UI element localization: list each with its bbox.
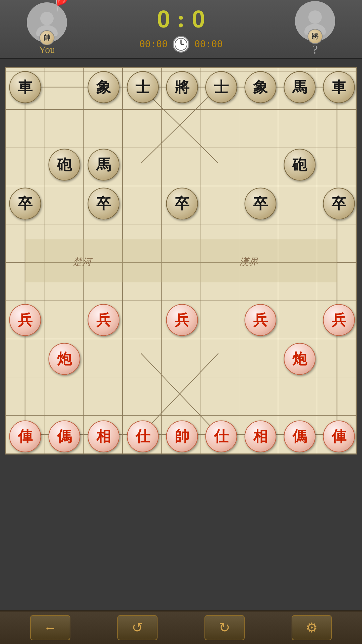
player2-name: ?: [312, 43, 318, 57]
piece-black[interactable]: 車: [9, 71, 41, 103]
player1-name: You: [39, 44, 55, 55]
piece-red[interactable]: 炮: [49, 343, 80, 375]
settings-icon: ⚙: [306, 620, 318, 636]
piece-red[interactable]: 兵: [323, 304, 355, 336]
player1-badge: 帥: [40, 30, 55, 45]
score-section: 0 : 0 00:00 00:00: [139, 5, 223, 53]
back-icon: ←: [44, 620, 57, 636]
piece-red[interactable]: 兵: [245, 304, 277, 336]
timer-right: 00:00: [194, 39, 223, 50]
piece-black[interactable]: 卒: [245, 188, 277, 220]
refresh-icon: ↻: [219, 620, 230, 636]
undo-button[interactable]: ↺: [117, 615, 158, 640]
piece-red[interactable]: 兵: [166, 304, 198, 336]
piece-black[interactable]: 卒: [9, 188, 41, 220]
piece-red[interactable]: 傌: [284, 421, 316, 452]
piece-red[interactable]: 俥: [323, 421, 355, 452]
bottom-bar: ← ↺ ↻ ⚙: [0, 610, 362, 644]
undo-icon: ↺: [132, 620, 143, 636]
svg-text:漢界: 漢界: [239, 257, 258, 267]
piece-red[interactable]: 兵: [88, 304, 120, 336]
board-lines: 楚河 漢界: [6, 68, 356, 453]
piece-black[interactable]: 士: [205, 71, 237, 103]
piece-black[interactable]: 砲: [49, 149, 80, 181]
piece-black[interactable]: 馬: [284, 71, 316, 103]
piece-black[interactable]: 砲: [284, 149, 316, 181]
piece-black[interactable]: 士: [127, 71, 159, 103]
svg-text:楚河: 楚河: [73, 257, 93, 267]
piece-red[interactable]: 相: [88, 421, 120, 452]
piece-black[interactable]: 象: [245, 71, 277, 103]
piece-black[interactable]: 馬: [88, 149, 120, 181]
piece-red[interactable]: 炮: [284, 343, 316, 375]
settings-button[interactable]: ⚙: [292, 615, 332, 640]
piece-red[interactable]: 俥: [9, 421, 41, 452]
svg-point-0: [40, 12, 54, 25]
player1-section: 🚩 帥 You: [10, 2, 84, 55]
piece-red[interactable]: 仕: [205, 421, 237, 452]
svg-rect-12: [25, 239, 337, 282]
refresh-button[interactable]: ↻: [204, 615, 245, 640]
piece-red[interactable]: 帥: [166, 421, 198, 452]
clock-icon: [173, 36, 189, 53]
score-right: 0: [192, 5, 205, 33]
piece-red[interactable]: 兵: [9, 304, 41, 336]
score-colon: :: [177, 5, 185, 33]
header: 🚩 帥 You 0 : 0 00:00 00:00: [0, 0, 362, 59]
board-container: 楚河 漢界 車象士將士象馬車砲馬砲卒卒卒卒卒兵兵兵兵兵炮炮俥傌相仕帥仕相傌俥: [5, 65, 357, 579]
piece-black[interactable]: 車: [323, 71, 355, 103]
piece-black[interactable]: 將: [166, 71, 198, 103]
svg-point-2: [175, 38, 187, 50]
svg-point-5: [308, 10, 322, 24]
score-left: 0: [157, 5, 170, 33]
back-button[interactable]: ←: [30, 615, 70, 640]
piece-black[interactable]: 卒: [88, 188, 120, 220]
piece-black[interactable]: 卒: [323, 188, 355, 220]
piece-red[interactable]: 相: [245, 421, 277, 452]
piece-black[interactable]: 卒: [166, 188, 198, 220]
timer-left: 00:00: [139, 39, 168, 50]
game-board[interactable]: 楚河 漢界 車象士將士象馬車砲馬砲卒卒卒卒卒兵兵兵兵兵炮炮俥傌相仕帥仕相傌俥: [5, 67, 357, 454]
piece-black[interactable]: 象: [88, 71, 120, 103]
player2-badge: 將: [308, 29, 323, 44]
piece-red[interactable]: 傌: [49, 421, 80, 452]
player2-section: 將 ?: [278, 1, 352, 57]
svg-rect-7: [25, 87, 337, 435]
piece-red[interactable]: 仕: [127, 421, 159, 452]
